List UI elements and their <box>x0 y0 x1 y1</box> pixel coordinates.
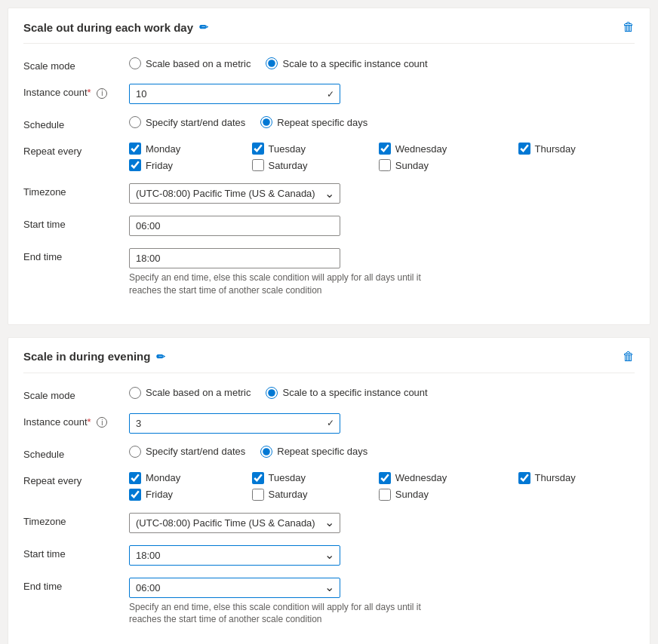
card2-repeat-every-control: Monday Tuesday Wednesday Thursday Friday <box>129 472 635 501</box>
card2-schedule-dates-option[interactable]: Specify start/end dates <box>129 446 245 458</box>
scale-in-card: Scale in during evening ✏ 🗑 Scale mode S… <box>8 337 650 644</box>
card1-timezone-select[interactable]: (UTC-08:00) Pacific Time (US & Canada) <box>129 183 340 204</box>
card1-instance-count-label: Instance count* i <box>23 84 129 99</box>
card2-timezone-label: Timezone <box>23 513 129 527</box>
card1-instance-count-control <box>129 84 635 104</box>
card2-repeat-every-row: Repeat every Monday Tuesday Wednesday Th… <box>23 472 635 501</box>
card2-timezone-row: Timezone (UTC-08:00) Pacific Time (US & … <box>23 513 635 533</box>
card1-end-time-input[interactable] <box>129 248 340 268</box>
card1-scale-mode-label: Scale mode <box>23 57 129 72</box>
card2-instance-count-input[interactable] <box>129 413 340 434</box>
card1-scale-mode-control: Scale based on a metric Scale to a speci… <box>129 57 635 69</box>
card1-day-sunday[interactable]: Sunday <box>379 159 506 171</box>
card1-day-thursday[interactable]: Thursday <box>518 143 635 155</box>
card2-delete-icon[interactable]: 🗑 <box>623 350 635 363</box>
scale-out-card: Scale out during each work day ✏ 🗑 Scale… <box>8 8 650 325</box>
card1-instance-count-input[interactable] <box>129 84 340 104</box>
card1-timezone-label: Timezone <box>23 183 129 198</box>
card1-instance-count-row: Instance count* i <box>23 84 635 104</box>
card2-end-time-hint: Specify an end time, else this scale con… <box>129 601 446 627</box>
card1-title-text: Scale out during each work day <box>23 21 193 34</box>
card1-day-wednesday[interactable]: Wednesday <box>379 143 506 155</box>
card2-scale-metric-label: Scale based on a metric <box>146 387 251 398</box>
card2-title: Scale in during evening ✏ <box>23 350 165 363</box>
card2-schedule-label: Schedule <box>23 446 129 460</box>
card2-timezone-control: (UTC-08:00) Pacific Time (US & Canada) <box>129 513 635 533</box>
card1-schedule-control: Specify start/end dates Repeat specific … <box>129 116 635 128</box>
card1-timezone-row: Timezone (UTC-08:00) Pacific Time (US & … <box>23 183 635 204</box>
card1-repeat-every-label: Repeat every <box>23 143 129 157</box>
card1-schedule-row: Schedule Specify start/end dates Repeat … <box>23 116 635 130</box>
card2-start-time-control: 18:00 <box>129 545 635 566</box>
card2-start-time-wrapper: 18:00 <box>129 545 340 566</box>
card2-edit-icon[interactable]: ✏ <box>156 351 165 363</box>
card2-title-text: Scale in during evening <box>23 350 150 363</box>
card2-scale-mode-control: Scale based on a metric Scale to a speci… <box>129 387 635 399</box>
card2-day-wednesday[interactable]: Wednesday <box>379 472 506 484</box>
card1-schedule-label: Schedule <box>23 116 129 130</box>
card1-start-time-input[interactable] <box>129 216 340 236</box>
card2-start-time-row: Start time 18:00 <box>23 545 635 566</box>
card1-edit-icon[interactable]: ✏ <box>199 21 208 33</box>
card2-day-tuesday[interactable]: Tuesday <box>252 472 367 484</box>
card1-end-time-row: End time Specify an end time, else this … <box>23 248 635 297</box>
card1-instance-info-icon[interactable]: i <box>97 88 107 99</box>
card1-scale-mode-row: Scale mode Scale based on a metric Scale… <box>23 57 635 72</box>
card2-scale-instance-label: Scale to a specific instance count <box>282 387 427 398</box>
card2-instance-count-control <box>129 413 635 434</box>
card1-header: Scale out during each work day ✏ 🗑 <box>23 20 635 44</box>
card1-day-tuesday-label: Tuesday <box>269 143 306 155</box>
card1-instance-input-wrapper <box>129 84 340 104</box>
card1-timezone-wrapper: (UTC-08:00) Pacific Time (US & Canada) <box>129 183 340 204</box>
card1-scale-metric-option[interactable]: Scale based on a metric <box>129 57 251 69</box>
card1-days-grid: Monday Tuesday Wednesday Thursday Friday <box>129 143 635 171</box>
card1-repeat-every-row: Repeat every Monday Tuesday Wednesday Th… <box>23 143 635 171</box>
card1-start-time-row: Start time <box>23 216 635 236</box>
card1-schedule-repeat-option[interactable]: Repeat specific days <box>260 116 367 128</box>
card1-end-time-label: End time <box>23 248 129 262</box>
card2-start-time-label: Start time <box>23 545 129 560</box>
card2-day-saturday[interactable]: Saturday <box>252 489 367 501</box>
card1-scale-instance-option[interactable]: Scale to a specific instance count <box>266 57 427 69</box>
card1-day-monday[interactable]: Monday <box>129 143 240 155</box>
card2-day-sunday-label: Sunday <box>395 489 429 500</box>
card1-day-tuesday[interactable]: Tuesday <box>252 143 367 155</box>
card1-schedule-dates-label: Specify start/end dates <box>146 117 245 128</box>
card2-end-time-control: 06:00 Specify an end time, else this sca… <box>129 578 635 627</box>
card2-end-time-label: End time <box>23 578 129 592</box>
card1-day-wednesday-label: Wednesday <box>395 143 447 155</box>
card1-delete-icon[interactable]: 🗑 <box>623 20 635 34</box>
card2-day-friday[interactable]: Friday <box>129 489 240 501</box>
card2-day-thursday[interactable]: Thursday <box>518 472 635 484</box>
card2-schedule-dates-label: Specify start/end dates <box>146 446 245 457</box>
card1-day-friday-label: Friday <box>146 160 173 171</box>
card2-schedule-control: Specify start/end dates Repeat specific … <box>129 446 635 458</box>
card2-schedule-repeat-option[interactable]: Repeat specific days <box>260 446 367 458</box>
card2-day-friday-label: Friday <box>146 489 173 500</box>
card2-day-saturday-label: Saturday <box>269 489 308 500</box>
card2-timezone-select[interactable]: (UTC-08:00) Pacific Time (US & Canada) <box>129 513 340 533</box>
card2-instance-count-label: Instance count* i <box>23 413 129 428</box>
card1-day-saturday[interactable]: Saturday <box>252 159 367 171</box>
card2-scale-mode-label: Scale mode <box>23 387 129 401</box>
card2-day-monday[interactable]: Monday <box>129 472 240 484</box>
card2-start-time-select[interactable]: 18:00 <box>129 545 340 566</box>
card2-day-sunday[interactable]: Sunday <box>379 489 506 501</box>
card2-day-monday-label: Monday <box>146 472 180 483</box>
card1-day-monday-label: Monday <box>146 143 180 155</box>
card2-schedule-repeat-label: Repeat specific days <box>277 446 367 457</box>
card1-day-friday[interactable]: Friday <box>129 159 240 171</box>
card1-start-time-control <box>129 216 635 236</box>
card2-end-time-select[interactable]: 06:00 <box>129 578 340 598</box>
card1-start-time-label: Start time <box>23 216 129 230</box>
card1-day-saturday-label: Saturday <box>269 160 308 171</box>
card1-end-time-control: Specify an end time, else this scale con… <box>129 248 635 297</box>
card2-instance-input-wrapper <box>129 413 340 434</box>
card2-scale-metric-option[interactable]: Scale based on a metric <box>129 387 251 399</box>
card2-scale-instance-option[interactable]: Scale to a specific instance count <box>266 387 427 399</box>
card1-day-sunday-label: Sunday <box>395 160 429 171</box>
card1-schedule-dates-option[interactable]: Specify start/end dates <box>129 116 245 128</box>
card2-repeat-every-label: Repeat every <box>23 472 129 486</box>
card2-end-time-row: End time 06:00 Specify an end time, else… <box>23 578 635 627</box>
card2-instance-info-icon[interactable]: i <box>97 417 107 428</box>
